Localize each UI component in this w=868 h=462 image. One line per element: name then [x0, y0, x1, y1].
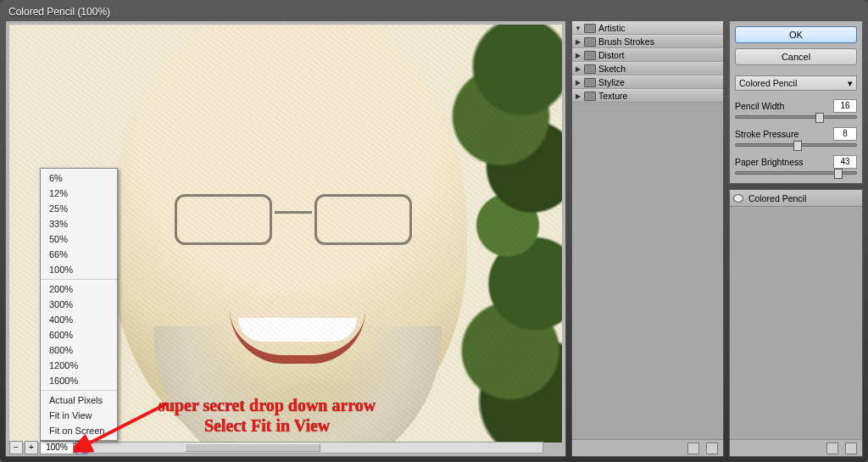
annotation-text: super secret drop down arrow Select Fit …	[159, 395, 376, 436]
slider-value[interactable]: 8	[833, 127, 857, 141]
disclosure-arrow-icon: ▶	[575, 52, 581, 59]
effect-layers-panel: Colored Pencil	[729, 189, 863, 457]
lens-left	[175, 194, 272, 245]
category-item[interactable]: ▶Distort	[572, 48, 723, 62]
settings-panel: OK Cancel Colored Pencil ▾ Pencil Width1…	[729, 20, 863, 184]
slider-label: Paper Brightness	[735, 157, 804, 167]
lens-right	[314, 194, 412, 245]
category-footer	[572, 439, 723, 456]
chevron-down-icon: ▾	[848, 78, 853, 88]
effect-layer-label: Colored Pencil	[748, 193, 806, 203]
cancel-button[interactable]: Cancel	[735, 48, 857, 65]
disclosure-arrow-icon: ▶	[575, 79, 581, 86]
new-layer-icon[interactable]	[826, 443, 838, 454]
category-item[interactable]: ▶Texture	[572, 89, 723, 103]
zoom-menu-item[interactable]: 400%	[41, 312, 117, 327]
window-title: Colored Pencil (100%)	[5, 3, 863, 20]
slider-thumb[interactable]	[834, 169, 843, 179]
annotation-line1: super secret drop down arrow	[159, 395, 376, 415]
ok-button[interactable]: OK	[735, 26, 857, 43]
slider-row: Paper Brightness43	[735, 155, 857, 169]
scrollbar-thumb[interactable]	[185, 443, 320, 452]
category-item[interactable]: ▼Artistic	[572, 21, 723, 35]
zoom-menu-item[interactable]: 25%	[41, 201, 117, 216]
delete-effect-layer-icon[interactable]	[706, 443, 718, 454]
slider-label: Stroke Pressure	[735, 129, 798, 139]
folder-icon	[584, 78, 596, 87]
zoom-menu-item[interactable]: 800%	[41, 342, 117, 358]
folder-icon	[584, 37, 596, 47]
slider-track[interactable]	[735, 171, 857, 175]
category-label: Stylize	[598, 77, 625, 87]
slider-track[interactable]	[735, 115, 857, 119]
category-panel: ▼Artistic▶Brush Strokes▶Distort▶Sketch▶S…	[571, 20, 724, 457]
filter-select-label: Colored Pencil	[739, 78, 797, 88]
category-label: Artistic	[598, 23, 626, 33]
category-label: Texture	[598, 91, 627, 101]
slider-row: Stroke Pressure8	[735, 127, 857, 141]
menu-separator	[41, 390, 117, 391]
disclosure-arrow-icon: ▶	[575, 65, 581, 73]
content-row: 6%12%25%33%50%66%100%200%300%400%600%800…	[5, 20, 863, 457]
slider-label: Pencil Width	[735, 101, 784, 111]
zoom-in-button[interactable]: +	[25, 441, 38, 454]
category-label: Sketch	[598, 64, 626, 74]
category-item[interactable]: ▶Sketch	[572, 62, 723, 75]
filter-gallery-window: Colored Pencil (100%)	[0, 0, 868, 462]
effect-layer-row[interactable]: Colored Pencil	[730, 190, 862, 207]
folder-icon	[584, 64, 596, 74]
zoom-menu-item[interactable]: 12%	[41, 186, 117, 201]
slider-row: Pencil Width16	[735, 99, 857, 113]
slider-track[interactable]	[735, 143, 857, 147]
annotation-line2: Select Fit in View	[159, 415, 376, 436]
zoom-menu-item[interactable]: 66%	[41, 247, 117, 262]
glasses-bridge	[275, 211, 312, 214]
zoom-menu-item[interactable]: 300%	[41, 297, 117, 312]
zoom-menu-item[interactable]: 600%	[41, 327, 117, 342]
controls-column: OK Cancel Colored Pencil ▾ Pencil Width1…	[729, 20, 863, 457]
slider-value[interactable]: 16	[833, 99, 857, 113]
effect-layers-body	[730, 207, 862, 439]
effect-layers-footer	[730, 439, 862, 456]
slider-thumb[interactable]	[793, 141, 802, 151]
zoom-menu-item[interactable]: 33%	[41, 216, 117, 231]
category-body	[572, 103, 723, 439]
category-list: ▼Artistic▶Brush Strokes▶Distort▶Sketch▶S…	[572, 21, 723, 103]
folder-icon	[584, 51, 596, 60]
category-label: Distort	[598, 50, 624, 60]
disclosure-arrow-icon: ▶	[575, 38, 581, 46]
svg-line-0	[84, 404, 167, 446]
zoom-out-button[interactable]: −	[9, 441, 23, 454]
disclosure-arrow-icon: ▼	[575, 25, 581, 32]
folder-icon	[584, 92, 596, 101]
menu-separator	[41, 279, 117, 280]
trash-icon[interactable]	[845, 443, 857, 454]
zoom-field[interactable]: 100%	[40, 441, 74, 454]
zoom-menu-item[interactable]: 6%	[41, 170, 117, 186]
folder-icon	[584, 24, 596, 33]
slider-thumb[interactable]	[815, 113, 824, 123]
glasses	[175, 194, 412, 250]
new-effect-layer-icon[interactable]	[687, 443, 699, 454]
canvas-area: 6%12%25%33%50%66%100%200%300%400%600%800…	[6, 21, 565, 456]
zoom-menu-item[interactable]: 1200%	[41, 358, 117, 373]
filter-select[interactable]: Colored Pencil ▾	[735, 75, 857, 91]
disclosure-arrow-icon: ▶	[575, 92, 581, 100]
plant-leaves	[426, 25, 562, 443]
preview-panel: 6%12%25%33%50%66%100%200%300%400%600%800…	[5, 20, 566, 457]
category-item[interactable]: ▶Stylize	[572, 75, 723, 89]
zoom-menu-item[interactable]: 1600%	[41, 373, 117, 388]
eye-icon[interactable]	[733, 194, 743, 203]
category-label: Brush Strokes	[598, 36, 654, 47]
category-item[interactable]: ▶Brush Strokes	[572, 35, 723, 48]
zoom-menu-item[interactable]: 100%	[41, 262, 117, 277]
zoom-menu-item[interactable]: 50%	[41, 231, 117, 247]
slider-value[interactable]: 43	[833, 155, 857, 169]
zoom-menu-item[interactable]: 200%	[41, 281, 117, 297]
